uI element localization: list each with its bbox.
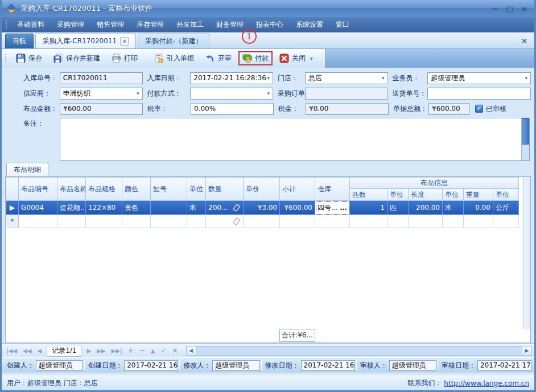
tab-purchase-payment-new[interactable]: 采购付款-（新建） xyxy=(138,34,209,48)
col-header-warehouse[interactable]: 仓库 xyxy=(315,178,350,201)
col-header-subtotal[interactable]: 小计 xyxy=(280,178,315,201)
nav-prior-button[interactable]: ◀ xyxy=(35,346,44,355)
nav-next-button[interactable]: ▶ xyxy=(84,346,93,355)
nav-cancel-button[interactable]: × xyxy=(170,345,180,356)
save-button[interactable]: 保存 xyxy=(10,50,48,67)
col-header-weight[interactable]: 重量 xyxy=(464,189,493,201)
cell-length[interactable]: 200.00 xyxy=(409,201,443,215)
nav-delete-button[interactable]: − xyxy=(137,345,147,356)
close-window-button[interactable]: × xyxy=(521,5,527,13)
cell-spec[interactable]: 122×80 xyxy=(86,201,122,215)
salesman-combo[interactable]: 超级管理员 ▾ xyxy=(427,72,531,84)
grid-horizontal-scrollbar[interactable]: ◀ ▶ xyxy=(186,346,532,356)
col-header-name[interactable]: 布品名称 xyxy=(57,178,86,201)
menu-inventory[interactable]: 库存管理 xyxy=(130,18,170,32)
grid-vertical-scrollbar[interactable] xyxy=(523,177,530,329)
nav-first-button[interactable]: |◀◀ xyxy=(4,346,19,355)
chevron-down-icon[interactable]: ▾ xyxy=(137,90,139,96)
col-header-unit[interactable]: 单位 xyxy=(187,178,206,201)
menu-sales[interactable]: 销售管理 xyxy=(90,18,130,32)
chevron-down-icon[interactable]: ▾ xyxy=(267,75,270,81)
eraser-icon[interactable] xyxy=(232,218,241,225)
col-header-weight-unit[interactable]: 单位 xyxy=(493,189,519,201)
col-header-qty[interactable]: 数量 xyxy=(206,178,244,201)
save-and-new-button[interactable]: 保存并新建 xyxy=(48,50,106,67)
cell-pcs[interactable]: 1 xyxy=(350,201,387,215)
col-header-vat-no[interactable]: 缸号 xyxy=(151,178,187,201)
maximize-button[interactable]: □ xyxy=(506,5,513,13)
col-header-price[interactable]: 单价 xyxy=(244,178,280,201)
nav-edit-button[interactable]: ▲ xyxy=(149,346,158,355)
menu-finance[interactable]: 财务管理 xyxy=(210,18,250,32)
nav-prior-page-button[interactable]: ◀◀ xyxy=(20,346,34,355)
cell-qty[interactable]: 200... xyxy=(206,201,244,215)
approver-field: 超级管理员 xyxy=(389,360,436,371)
close-form-button[interactable]: 关闭 ▾ xyxy=(274,50,320,67)
col-header-spec[interactable]: 布品规格 xyxy=(86,178,122,201)
lookup-ellipsis-button[interactable]: … xyxy=(339,204,347,212)
nav-last-button[interactable]: ▶▶| xyxy=(109,346,125,355)
supplier-combo[interactable]: 申洲纺织 ▾ xyxy=(60,88,143,100)
menu-purchase[interactable]: 采购管理 xyxy=(51,18,90,32)
cell-name[interactable]: 提花顺... xyxy=(57,201,86,215)
tab-purchase-receipt[interactable]: 采购入库-CR17020011 × xyxy=(35,34,136,48)
menu-window[interactable]: 窗口 xyxy=(329,18,356,32)
col-header-code[interactable]: 布品编号 xyxy=(19,178,57,201)
tax-rate-field[interactable]: 0.00% xyxy=(191,103,274,115)
remark-scrollbar[interactable] xyxy=(521,118,529,160)
col-header-pcs-unit[interactable]: 单位 xyxy=(387,189,409,201)
cell-pcs-unit[interactable]: 匹 xyxy=(387,201,409,215)
chevron-down-icon[interactable]: ▾ xyxy=(382,75,385,81)
col-header-pcs[interactable]: 匹数 xyxy=(350,189,387,201)
scroll-right-arrow-icon[interactable]: ▶ xyxy=(522,346,531,355)
cell-weight[interactable]: 0.00 xyxy=(464,201,493,215)
store-combo[interactable]: 总店 ▾ xyxy=(305,72,388,84)
cell-length-unit[interactable]: 米 xyxy=(443,201,464,215)
tab-close-icon[interactable]: × xyxy=(120,37,129,46)
import-document-button[interactable]: 引入单据 xyxy=(149,50,200,67)
minimize-button[interactable]: − xyxy=(492,5,498,13)
unapprove-button[interactable]: 弃审 xyxy=(200,50,237,67)
print-button[interactable]: 打印 xyxy=(106,50,143,67)
close-dropdown-caret-icon[interactable]: ▾ xyxy=(308,56,315,61)
cell-weight-unit[interactable]: 公斤 xyxy=(493,201,519,215)
import-document-icon xyxy=(154,53,164,63)
col-header-color[interactable]: 颜色 xyxy=(122,178,151,201)
cell-subtotal[interactable]: ¥600.00 xyxy=(280,201,315,215)
menu-settings[interactable]: 系统设置 xyxy=(290,18,329,32)
title-bar[interactable]: 采购入库-CR17020011 - 蓝格布业软件 − □ × xyxy=(2,0,534,17)
delivery-no-field[interactable] xyxy=(427,88,531,100)
tab-navigation[interactable]: 导航 xyxy=(5,34,34,48)
cell-code[interactable]: G0004 xyxy=(19,201,57,215)
approved-checkbox[interactable]: ✓ xyxy=(475,105,483,113)
cell-color[interactable]: 黄色 xyxy=(122,201,151,215)
fabric-amount-field: ¥600.00 xyxy=(60,103,143,115)
col-header-length-unit[interactable]: 单位 xyxy=(443,189,464,201)
scrollbar-thumb[interactable] xyxy=(522,118,529,145)
tab-fabric-detail[interactable]: 布品明细 xyxy=(6,163,48,176)
menu-basic-data[interactable]: 基础资料 xyxy=(11,18,51,32)
new-record-row[interactable]: * xyxy=(6,215,519,228)
cell-price[interactable]: ¥3.00 xyxy=(244,201,280,215)
pay-method-combo[interactable]: ▾ xyxy=(190,88,273,100)
scroll-left-arrow-icon[interactable]: ◀ xyxy=(187,346,196,355)
approved-checkbox-wrap[interactable]: ✓ 已审核 xyxy=(475,104,506,114)
remark-textarea[interactable] xyxy=(60,118,530,161)
cell-unit[interactable]: 米 xyxy=(187,201,206,215)
nav-insert-button[interactable]: + xyxy=(126,345,136,356)
website-link[interactable]: http://www.lange.com.cn xyxy=(444,379,529,387)
pay-button[interactable]: 1 付款 xyxy=(238,51,273,65)
nav-post-button[interactable]: ✓ xyxy=(158,345,168,356)
col-header-length[interactable]: 长度 xyxy=(409,189,443,201)
eraser-icon[interactable] xyxy=(232,204,241,212)
tabstrip-close-icon[interactable]: × xyxy=(521,36,530,47)
cell-warehouse[interactable]: 四号... … xyxy=(315,201,350,215)
chevron-down-icon[interactable]: ▾ xyxy=(267,90,270,96)
cell-vat-no[interactable] xyxy=(151,201,187,215)
menu-reports[interactable]: 报表中心 xyxy=(250,18,290,32)
chevron-down-icon[interactable]: ▾ xyxy=(525,75,527,81)
table-row[interactable]: ▶ G0004 提花顺... 122×80 黄色 米 200... ¥3.00 … xyxy=(6,201,519,215)
receipt-date-combo[interactable]: 2017-02-21 16:28:36 ▾ xyxy=(190,72,273,84)
menu-outsourcing[interactable]: 外发加工 xyxy=(170,18,210,32)
nav-next-page-button[interactable]: ▶▶ xyxy=(94,346,108,355)
